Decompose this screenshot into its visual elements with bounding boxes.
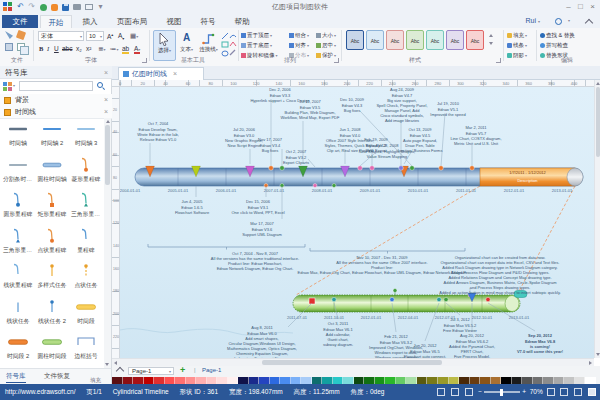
color-swatch[interactable] bbox=[501, 377, 512, 384]
arrange-置于顶层[interactable]: 置于顶层 ▾ bbox=[241, 30, 288, 40]
color-swatch[interactable] bbox=[385, 377, 396, 384]
document-close-icon[interactable]: × bbox=[173, 70, 177, 77]
wave-decoration[interactable] bbox=[120, 329, 293, 336]
symbol-item[interactable]: 菱形里程碑 bbox=[70, 154, 102, 188]
tab-4[interactable]: 符号 bbox=[192, 15, 224, 28]
color-swatch[interactable] bbox=[564, 377, 575, 384]
document-tab[interactable]: 亿图时间线 × bbox=[118, 67, 204, 80]
milestone-marker[interactable] bbox=[439, 166, 444, 171]
arrange-居中[interactable]: 居中 ▾ bbox=[316, 40, 340, 50]
symbol-item[interactable]: 分割条时间轴 bbox=[2, 154, 34, 188]
subscript-button[interactable]: x₂ bbox=[76, 45, 82, 52]
color-swatch[interactable] bbox=[154, 377, 165, 384]
color-swatch[interactable] bbox=[543, 377, 554, 384]
color-swatch[interactable] bbox=[375, 377, 386, 384]
symbol-item[interactable]: 三角形里程碑 bbox=[70, 189, 102, 223]
color-swatch[interactable] bbox=[585, 377, 596, 384]
status-url[interactable]: http://www.edrawsoft.cn/ bbox=[5, 384, 75, 400]
style-swatch-4[interactable]: Abc bbox=[426, 30, 444, 50]
button-拼写检查[interactable]: 拼写检查 bbox=[540, 40, 598, 50]
arrange-大小[interactable]: 大小 ▾ bbox=[316, 30, 340, 40]
leader-line[interactable] bbox=[308, 159, 315, 167]
color-swatch[interactable] bbox=[217, 377, 228, 384]
milestone-marker[interactable] bbox=[280, 166, 285, 171]
style-scroll-up-icon[interactable] bbox=[489, 34, 493, 37]
milestone-marker[interactable] bbox=[399, 166, 404, 171]
color-swatch[interactable] bbox=[186, 377, 197, 384]
style-swatch-2[interactable]: Abc bbox=[386, 30, 404, 50]
color-swatch[interactable] bbox=[249, 377, 260, 384]
font-name-select[interactable]: 宋体▾ bbox=[38, 31, 84, 41]
normal-view-icon[interactable] bbox=[547, 388, 555, 396]
symbol-item[interactable]: 圆形里程碑 bbox=[2, 189, 34, 223]
symbol-item[interactable]: 三角形里程碑 2 bbox=[2, 225, 34, 259]
color-swatch[interactable] bbox=[343, 377, 354, 384]
leader-line[interactable] bbox=[360, 111, 412, 166]
style-swatch-3[interactable]: Abc bbox=[406, 30, 424, 50]
page-tab[interactable]: Page-1▾ bbox=[128, 367, 174, 375]
bold-button[interactable]: B bbox=[39, 45, 43, 52]
drawing-canvas[interactable]: Oct 7, 2004Edraw Develop Team,Wrote Edra… bbox=[120, 87, 594, 358]
paste-icon[interactable] bbox=[5, 43, 13, 51]
underline-button[interactable]: U bbox=[54, 45, 59, 52]
symbol-item[interactable]: 线状里程碑 bbox=[2, 260, 34, 294]
button-查找 & 替换[interactable]: 查找 & 替换 bbox=[540, 30, 598, 40]
color-swatch[interactable] bbox=[396, 377, 407, 384]
fit-page-icon[interactable] bbox=[451, 388, 459, 396]
fullscreen-view-icon[interactable] bbox=[560, 388, 568, 396]
color-swatch[interactable] bbox=[207, 377, 218, 384]
symbol-item[interactable]: 线状任务 bbox=[2, 296, 34, 330]
milestone-marker[interactable] bbox=[390, 297, 394, 301]
style-scroll-down-icon[interactable] bbox=[489, 42, 493, 45]
color-swatch[interactable] bbox=[406, 377, 417, 384]
color-swatch[interactable] bbox=[165, 377, 176, 384]
zoom-guide-line[interactable] bbox=[517, 186, 575, 295]
section-close-icon[interactable]: × bbox=[104, 94, 108, 106]
color-swatch[interactable] bbox=[480, 377, 491, 384]
highlight-segment[interactable] bbox=[480, 168, 575, 186]
color-swatch[interactable] bbox=[196, 377, 207, 384]
milestone-marker[interactable] bbox=[332, 297, 336, 301]
tab-file[interactable]: 文件 bbox=[2, 15, 38, 28]
section-close-icon[interactable]: × bbox=[104, 106, 108, 118]
font-size-select[interactable]: 10▾ bbox=[86, 31, 104, 41]
shrink-font-button[interactable]: A▾ bbox=[118, 32, 124, 41]
zoom-level[interactable]: 70% bbox=[530, 388, 543, 395]
settings-caret-icon[interactable]: ▾ bbox=[568, 18, 570, 23]
page-view-icon[interactable] bbox=[465, 388, 473, 396]
style-swatch-6[interactable]: Abc bbox=[466, 30, 484, 50]
color-swatch[interactable] bbox=[533, 377, 544, 384]
arrange-置于底层[interactable]: 置于底层 ▾ bbox=[241, 40, 288, 50]
gear-icon[interactable] bbox=[555, 18, 562, 25]
cylinder-end-cap[interactable] bbox=[567, 168, 583, 186]
color-swatch[interactable] bbox=[438, 377, 449, 384]
color-swatch[interactable] bbox=[112, 377, 123, 384]
milestone-marker[interactable] bbox=[486, 297, 490, 301]
arrange-dialog-launcher-icon[interactable] bbox=[334, 58, 339, 63]
button-填充[interactable]: 填充 ▾ bbox=[507, 30, 535, 40]
font-color-button[interactable]: A▾ bbox=[134, 45, 140, 54]
cut-icon[interactable] bbox=[5, 31, 13, 39]
button-线条[interactable]: 线条 ▾ bbox=[507, 40, 535, 50]
format-painter-icon[interactable] bbox=[16, 30, 26, 40]
bullet-list-button[interactable]: ≔▾ bbox=[110, 45, 119, 53]
tab-3[interactable]: 视图 bbox=[158, 15, 190, 28]
color-swatch[interactable] bbox=[144, 377, 155, 384]
tab-5[interactable]: 帮助 bbox=[226, 15, 258, 28]
color-swatch[interactable] bbox=[312, 377, 323, 384]
color-swatch[interactable] bbox=[133, 377, 144, 384]
style-dialog-launcher-icon[interactable] bbox=[496, 58, 501, 63]
leader-line[interactable] bbox=[360, 153, 375, 166]
color-swatch[interactable] bbox=[470, 377, 481, 384]
zoom-guide-line[interactable] bbox=[296, 186, 480, 295]
color-swatch[interactable] bbox=[175, 377, 186, 384]
library-menu-caret-icon[interactable]: ▾ bbox=[13, 83, 15, 88]
leader-line[interactable] bbox=[404, 149, 413, 164]
color-swatch[interactable] bbox=[522, 377, 533, 384]
grow-font-button[interactable]: A▴ bbox=[107, 32, 113, 40]
tab-file-recovery[interactable]: 文件恢复 bbox=[44, 372, 70, 381]
color-swatch[interactable] bbox=[238, 377, 249, 384]
strikethrough-button[interactable]: abc bbox=[62, 45, 72, 52]
leader-line[interactable] bbox=[441, 113, 445, 166]
color-swatch[interactable] bbox=[123, 377, 134, 384]
